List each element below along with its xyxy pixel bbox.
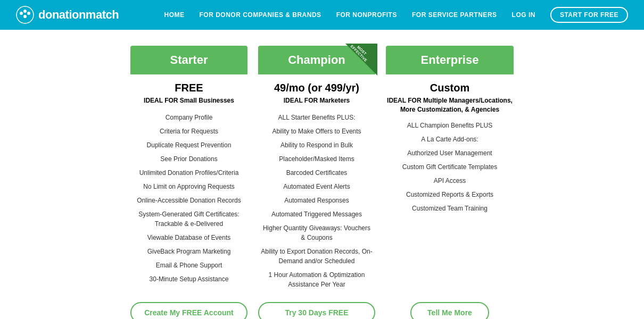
enterprise-cta-button[interactable]: Tell Me More [410, 302, 489, 319]
list-item: API Access [386, 174, 514, 188]
start-free-button[interactable]: START FOR FREE [550, 7, 628, 23]
list-item: System-Generated Gift Certificates: Trac… [130, 207, 247, 231]
nav-links: HOME FOR DONOR COMPANIES & BRANDS FOR NO… [164, 7, 629, 23]
list-item: ALL Starter Benefits PLUS: [258, 111, 375, 124]
list-item: Authorized User Management [386, 146, 514, 160]
svg-point-2 [23, 10, 27, 13]
navbar: donationmatch HOME FOR DONOR COMPANIES &… [0, 0, 644, 30]
list-item: Ability to Respond in Bulk [258, 138, 375, 152]
svg-point-4 [23, 15, 27, 18]
list-item: GiveBack Program Marketing [130, 245, 247, 258]
champion-title: Champion [288, 53, 345, 67]
starter-ideal: IDEAL FOR Small Businesses [144, 96, 234, 105]
pricing-section: Starter FREE IDEAL FOR Small Businesses … [0, 30, 644, 319]
enterprise-header: Enterprise [386, 46, 514, 74]
list-item: Unlimited Donation Profiles/Criteria [130, 166, 247, 180]
list-item: Higher Quantity Giveaways: Vouchers & Co… [258, 221, 375, 245]
starter-plan: Starter FREE IDEAL FOR Small Businesses … [130, 46, 247, 319]
badge-text: MOST EFFECTIVE [347, 38, 374, 65]
home-link[interactable]: HOME [164, 11, 185, 19]
enterprise-features: ALL Champion Benefits PLUS A La Carte Ad… [386, 119, 514, 291]
champion-plan: Champion MOST EFFECTIVE 49/mo (or 499/yr… [258, 46, 375, 319]
logo[interactable]: donationmatch [16, 6, 119, 24]
list-item: Company Profile [130, 111, 247, 124]
svg-point-1 [20, 12, 23, 15]
starter-cta-button[interactable]: Create My FREE Account [130, 302, 247, 319]
logo-icon [16, 6, 34, 24]
list-item: See Prior Donations [130, 152, 247, 166]
list-item: Automated Triggered Messages [258, 207, 375, 221]
list-item: Online-Accessible Donation Records [130, 194, 247, 207]
starter-title: Starter [170, 53, 208, 66]
enterprise-price: Custom [430, 82, 469, 94]
svg-point-3 [27, 12, 30, 15]
list-item: Duplicate Request Prevention [130, 138, 247, 152]
list-item: A La Carte Add-ons: [386, 132, 514, 146]
enterprise-plan: Enterprise Custom IDEAL FOR Multiple Man… [386, 46, 514, 319]
login-link[interactable]: LOG IN [512, 11, 535, 19]
most-effective-badge: MOST EFFECTIVE [345, 44, 377, 75]
list-item: Automated Responses [258, 194, 375, 207]
list-item: Barcoded Certificates [258, 166, 375, 180]
list-item: No Limit on Approving Requests [130, 180, 247, 194]
list-item: Automated Event Alerts [258, 180, 375, 194]
list-item: ALL Champion Benefits PLUS [386, 119, 514, 132]
enterprise-title: Enterprise [421, 53, 479, 66]
list-item: Ability to Make Offers to Events [258, 124, 375, 138]
list-item: Customized Reports & Exports [386, 188, 514, 202]
champion-cta-button[interactable]: Try 30 Days FREE [258, 302, 375, 319]
list-item: Placeholder/Masked Items [258, 152, 375, 166]
list-item: Email & Phone Support [130, 258, 247, 272]
logo-text: donationmatch [38, 8, 119, 22]
champion-price: 49/mo (or 499/yr) [274, 82, 359, 94]
list-item: 1 Hour Automation & Optimization Assista… [258, 268, 375, 291]
service-partners-link[interactable]: FOR SERVICE PARTNERS [412, 11, 497, 19]
nonprofits-link[interactable]: FOR NONPROFITS [336, 11, 397, 19]
champion-header: Champion MOST EFFECTIVE [258, 46, 375, 74]
list-item: Viewable Database of Events [130, 231, 247, 245]
list-item: Custom Gift Certificate Templates [386, 160, 514, 174]
list-item: 30-Minute Setup Assistance [130, 272, 247, 286]
list-item: Criteria for Requests [130, 124, 247, 138]
list-item: Customized Team Training [386, 202, 514, 215]
starter-price: FREE [175, 82, 203, 94]
champion-features: ALL Starter Benefits PLUS: Ability to Ma… [258, 111, 375, 291]
donor-companies-link[interactable]: FOR DONOR COMPANIES & BRANDS [200, 11, 321, 19]
list-item: Ability to Export Donation Records, On-D… [258, 245, 375, 268]
enterprise-ideal: IDEAL FOR Multiple Managers/Locations, M… [386, 96, 514, 114]
starter-header: Starter [130, 46, 247, 74]
starter-features: Company Profile Criteria for Requests Du… [130, 111, 247, 291]
champion-ideal: IDEAL FOR Marketers [284, 96, 350, 105]
